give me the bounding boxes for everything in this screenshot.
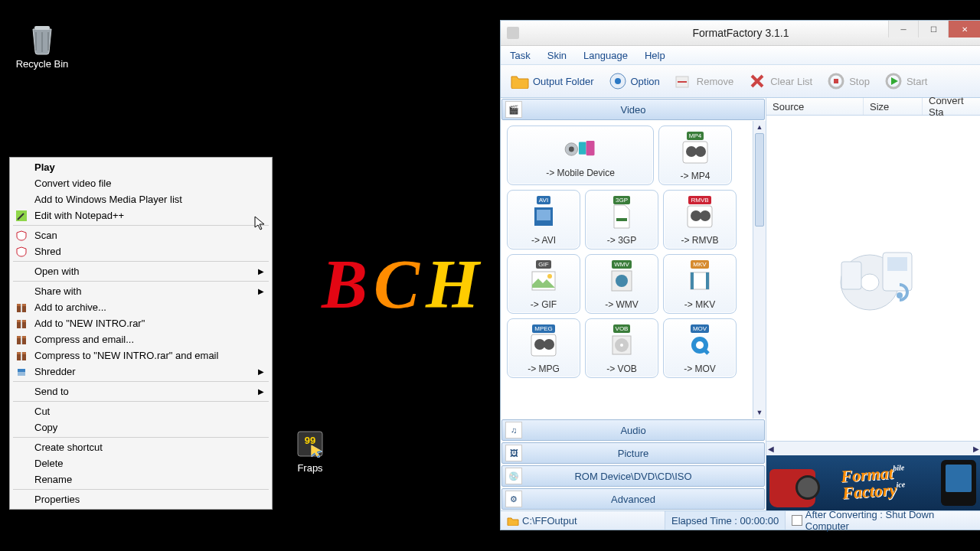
gear-icon: ⚙ [505, 491, 522, 507]
ctx-scan[interactable]: Scan [11, 227, 270, 243]
menu-skin[interactable]: Skin [543, 48, 571, 63]
format-mobile-device[interactable]: -> Mobile Device [507, 126, 654, 185]
menu-language[interactable]: Language [579, 48, 632, 63]
format-mov[interactable]: MOV -> MOV [663, 318, 737, 378]
task-list[interactable] [766, 116, 980, 441]
ctx-share-with[interactable]: Share with▶ [11, 283, 270, 299]
picture-icon: 🖼 [505, 445, 522, 461]
ctx-cut[interactable]: Cut [11, 403, 270, 419]
ctx-delete[interactable]: Delete [11, 455, 270, 471]
format-gif[interactable]: GIF -> GIF [507, 254, 580, 314]
scroll-up-icon[interactable]: ▲ [753, 121, 766, 133]
category-audio[interactable]: ♫ Audio [501, 419, 765, 441]
menu-task[interactable]: Task [505, 48, 535, 63]
ctx-add-archive[interactable]: Add to archive... [11, 299, 270, 315]
format-mp4[interactable]: MP4 -> MP4 [658, 126, 732, 185]
ctx-convert-video[interactable]: Convert video file [11, 175, 270, 191]
format-mkv[interactable]: MKV -> MKV [663, 254, 737, 314]
col-source[interactable]: Source [766, 98, 864, 115]
clear-icon [747, 71, 767, 91]
svg-rect-25 [586, 141, 595, 155]
format-wmv[interactable]: WMV -> WMV [585, 254, 658, 314]
option-button[interactable]: Option [602, 68, 666, 94]
status-output-path[interactable]: C:\FFOutput [501, 511, 665, 530]
video-icon: 🎬 [505, 101, 522, 118]
svg-point-53 [861, 274, 879, 291]
category-video[interactable]: 🎬 Video [501, 99, 765, 120]
desktop-icon-fraps[interactable]: 99 Fraps [279, 429, 341, 474]
close-button[interactable]: ✕ [948, 21, 980, 37]
category-advanced[interactable]: ⚙ Advanced [501, 488, 765, 510]
ctx-send-to[interactable]: Send to▶ [11, 383, 270, 399]
list-hscroll[interactable]: ◀ ▶ [766, 441, 980, 455]
ctx-separator [13, 401, 269, 402]
svg-text:99: 99 [305, 435, 315, 446]
ctx-open-with[interactable]: Open with▶ [11, 263, 270, 279]
menu-help[interactable]: Help [640, 48, 670, 63]
image-icon [525, 266, 562, 296]
svg-point-46 [544, 339, 554, 350]
stop-button[interactable]: Stop [820, 68, 876, 94]
winrar-icon [15, 350, 28, 362]
maximize-button[interactable]: ☐ [918, 21, 948, 37]
minimize-button[interactable]: ─ [888, 21, 918, 37]
ctx-create-shortcut[interactable]: Create shortcut [11, 439, 270, 455]
scroll-right-icon[interactable]: ▶ [973, 445, 979, 453]
output-folder-button[interactable]: Output Folder [504, 68, 600, 94]
ctx-compress-to-rar-email[interactable]: Compress to "NEW INTRO.rar" and email [11, 347, 270, 364]
disc-icon: 💿 [505, 468, 522, 484]
film-icon [681, 266, 718, 296]
category-picture[interactable]: 🖼 Picture [501, 442, 765, 464]
ctx-copy[interactable]: Copy [11, 419, 270, 435]
menubar: Task Skin Language Help [501, 46, 980, 65]
gear-icon [608, 71, 628, 91]
svg-rect-43 [706, 272, 709, 289]
format-vob[interactable]: VOB -> VOB [585, 318, 658, 378]
ctx-properties[interactable]: Properties [11, 491, 270, 507]
film-icon [525, 330, 562, 360]
svg-rect-16 [18, 369, 25, 372]
ctx-shred[interactable]: Shred [11, 243, 270, 259]
clear-list-button[interactable]: Clear List [741, 68, 818, 94]
desktop-icon-label: Recycle Bin [11, 58, 73, 70]
cursor-icon [254, 216, 266, 231]
ctx-compress-email[interactable]: Compress and email... [11, 331, 270, 347]
format-mpg[interactable]: MPEG -> MPG [507, 318, 580, 378]
format-scrollbar[interactable]: ▲ ▼ [753, 121, 766, 419]
format-rmvb[interactable]: RMVB -> RMVB [663, 190, 737, 249]
promo-banner[interactable]: Formatbile Factoryice [766, 455, 980, 510]
phone-icon [941, 460, 976, 506]
scroll-thumb[interactable] [755, 133, 764, 227]
titlebar[interactable]: FormatFactory 3.1.1 ─ ☐ ✕ [501, 21, 980, 46]
folder-icon [507, 516, 519, 526]
ctx-separator [13, 489, 269, 490]
list-columns: Source Size Convert Sta [766, 98, 980, 116]
col-status[interactable]: Convert Sta [923, 98, 980, 115]
svg-point-36 [700, 210, 710, 221]
fraps-icon: 99 [295, 429, 325, 459]
start-button[interactable]: Start [877, 68, 933, 94]
status-after-convert[interactable]: After Converting : Shut Down Computer [786, 511, 980, 530]
ctx-play[interactable]: Play [11, 159, 270, 175]
notepadpp-icon [15, 210, 28, 222]
checkbox[interactable] [792, 515, 802, 526]
col-size[interactable]: Size [864, 98, 923, 115]
ctx-rename[interactable]: Rename [11, 471, 270, 487]
play-icon [884, 71, 903, 91]
remove-button[interactable]: Remove [668, 68, 740, 94]
desktop-icon-recycle-bin[interactable]: Recycle Bin [11, 24, 73, 70]
ctx-edit-notepadpp[interactable]: Edit with Notepad++ [11, 207, 270, 223]
category-rom[interactable]: 💿 ROM Device\DVD\CD\ISO [501, 465, 765, 487]
chevron-right-icon: ▶ [258, 267, 264, 276]
svg-rect-6 [21, 304, 22, 312]
ctx-shredder[interactable]: Shredder▶ [11, 364, 270, 380]
svg-point-30 [695, 146, 706, 157]
ctx-add-wmp[interactable]: Add to Windows Media Player list [11, 191, 270, 207]
scroll-down-icon[interactable]: ▼ [753, 406, 766, 419]
format-3gp[interactable]: 3GP -> 3GP [585, 190, 658, 249]
ctx-add-to-rar[interactable]: Add to "NEW INTRO.rar" [11, 315, 270, 331]
scroll-left-icon[interactable]: ◀ [768, 445, 774, 453]
svg-rect-9 [21, 320, 22, 328]
format-avi[interactable]: AVI -> AVI [507, 190, 580, 249]
svg-rect-24 [579, 142, 586, 154]
